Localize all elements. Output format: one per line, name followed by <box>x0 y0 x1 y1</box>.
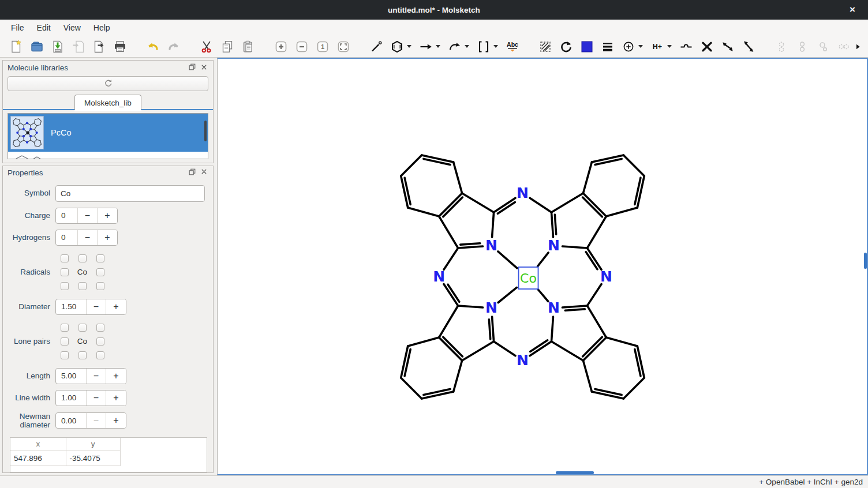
tab-molsketch-lib[interactable]: Molsketch_lib <box>74 95 141 110</box>
radical-checkbox[interactable] <box>96 282 104 290</box>
diameter-decrement-button[interactable]: − <box>87 299 106 314</box>
drawing-canvas[interactable]: CoNNNNNNNN <box>217 58 868 475</box>
bracket-dropdown[interactable] <box>492 39 499 54</box>
rotate-button[interactable] <box>558 39 574 54</box>
flip-horizontal-button[interactable] <box>720 39 735 54</box>
print-button[interactable] <box>112 39 128 54</box>
close-window-button[interactable]: × <box>843 0 862 20</box>
radical-checkbox[interactable] <box>61 254 69 262</box>
nitrogen-atom-label[interactable]: N <box>600 268 612 285</box>
zoom-out-button[interactable] <box>294 39 309 54</box>
length-value[interactable]: 5.00 <box>56 369 87 384</box>
save-button[interactable] <box>50 39 65 54</box>
nitrogen-atom-label[interactable]: N <box>485 237 497 254</box>
nitrogen-atom-label[interactable]: N <box>485 299 497 316</box>
newman-diameter-value[interactable]: 0.00 <box>56 413 87 428</box>
mechanism-arrow-dropdown[interactable] <box>463 39 470 54</box>
lone-pair-checkbox[interactable] <box>78 351 87 359</box>
charge-decrement-button[interactable]: − <box>78 208 98 223</box>
lone-pair-checkbox[interactable] <box>61 337 69 346</box>
radical-checkbox[interactable] <box>96 268 104 276</box>
nitrogen-atom-label[interactable]: N <box>548 299 560 316</box>
hydrogens-increment-button[interactable]: + <box>98 230 117 245</box>
diameter-increment-button[interactable]: + <box>106 299 126 314</box>
charge-dropdown[interactable] <box>637 39 644 54</box>
refresh-libraries-button[interactable] <box>8 76 208 91</box>
lone-pair-checkbox[interactable] <box>61 324 69 332</box>
radical-checkbox[interactable] <box>78 254 87 262</box>
radical-checkbox[interactable] <box>78 282 87 290</box>
length-decrement-button[interactable]: − <box>87 369 106 384</box>
reaction-arrow-dropdown[interactable] <box>434 39 442 54</box>
lone-pair-checkbox[interactable] <box>61 351 69 359</box>
paste-button[interactable] <box>240 39 256 54</box>
molecule-pcco[interactable]: CoNNNNNNNN <box>218 59 867 474</box>
menu-help[interactable]: Help <box>87 21 117 35</box>
toolbar-overflow-button[interactable] <box>852 39 863 54</box>
line-width-decrement-button[interactable]: − <box>87 391 106 406</box>
undo-button[interactable] <box>145 39 160 54</box>
hydrogens-decrement-button[interactable]: − <box>78 230 98 245</box>
coord-y-cell[interactable]: -35.4075 <box>66 451 120 466</box>
library-list[interactable]: PcCo <box>8 113 208 159</box>
diameter-value[interactable]: 1.50 <box>56 299 87 314</box>
menu-view[interactable]: View <box>57 21 87 35</box>
close-panel-button[interactable] <box>198 63 209 73</box>
lone-pair-checkbox[interactable] <box>96 337 104 346</box>
color-swatch-button[interactable] <box>579 39 594 54</box>
hydrogen-button[interactable]: H+ <box>649 39 665 54</box>
cut-button[interactable] <box>199 39 214 54</box>
redo-button[interactable] <box>166 39 181 54</box>
charge-increment-button[interactable]: + <box>98 208 117 223</box>
reaction-arrow-button[interactable] <box>418 39 433 54</box>
radical-checkbox[interactable] <box>96 254 104 262</box>
zoom-fit-button[interactable] <box>335 39 351 54</box>
radical-checkbox[interactable] <box>61 268 69 276</box>
lone-pair-checkbox[interactable] <box>78 324 87 332</box>
newman-diameter-increment-button[interactable]: + <box>106 413 126 428</box>
draw-ring-dropdown[interactable] <box>405 39 413 54</box>
close-properties-button[interactable] <box>198 167 209 178</box>
cobalt-atom-label[interactable]: Co <box>520 271 537 286</box>
copy-button[interactable] <box>219 39 235 54</box>
open-folder-button[interactable] <box>29 39 44 54</box>
hydrogens-value[interactable]: 0 <box>56 230 78 245</box>
hatch-selection-button[interactable] <box>537 39 553 54</box>
coord-x-cell[interactable]: 547.896 <box>10 451 66 466</box>
float-panel-button[interactable] <box>186 63 198 73</box>
bracket-button[interactable] <box>476 39 491 54</box>
text-tool-button[interactable]: Abc <box>504 39 520 54</box>
nitrogen-atom-label[interactable]: N <box>517 352 529 369</box>
delete-button[interactable] <box>699 39 714 54</box>
line-width-increment-button[interactable]: + <box>106 391 126 406</box>
line-width-button[interactable] <box>600 39 615 54</box>
menu-edit[interactable]: Edit <box>31 21 57 35</box>
lone-pair-button[interactable] <box>678 39 694 54</box>
hydrogen-dropdown[interactable] <box>665 39 673 54</box>
canvas-horizontal-scrollbar[interactable] <box>556 471 594 474</box>
zoom-in-button[interactable] <box>273 39 289 54</box>
library-scrollbar[interactable] <box>204 121 207 141</box>
radical-checkbox[interactable] <box>61 282 69 290</box>
charge-button[interactable] <box>620 39 636 54</box>
float-properties-button[interactable] <box>186 167 198 178</box>
mechanism-arrow-button[interactable] <box>447 39 462 54</box>
lone-pair-checkbox[interactable] <box>96 351 104 359</box>
nitrogen-atom-label[interactable]: N <box>433 268 445 285</box>
canvas-vertical-scrollbar[interactable] <box>864 253 867 269</box>
menu-file[interactable]: File <box>5 21 31 35</box>
draw-ring-button[interactable] <box>389 39 405 54</box>
library-item-pcco[interactable]: PcCo <box>8 114 208 152</box>
flip-vertical-button[interactable] <box>740 39 756 54</box>
zoom-original-button[interactable]: 1 <box>315 39 330 54</box>
line-width-value[interactable]: 1.00 <box>56 391 87 406</box>
export-button[interactable] <box>91 39 107 54</box>
length-increment-button[interactable]: + <box>106 369 126 384</box>
charge-value[interactable]: 0 <box>56 208 78 223</box>
draw-bond-button[interactable] <box>368 39 384 54</box>
nitrogen-atom-label[interactable]: N <box>517 185 529 201</box>
symbol-input[interactable] <box>55 185 205 202</box>
new-document-button[interactable] <box>8 39 24 54</box>
nitrogen-atom-label[interactable]: N <box>548 237 560 254</box>
lone-pair-checkbox[interactable] <box>96 324 104 332</box>
